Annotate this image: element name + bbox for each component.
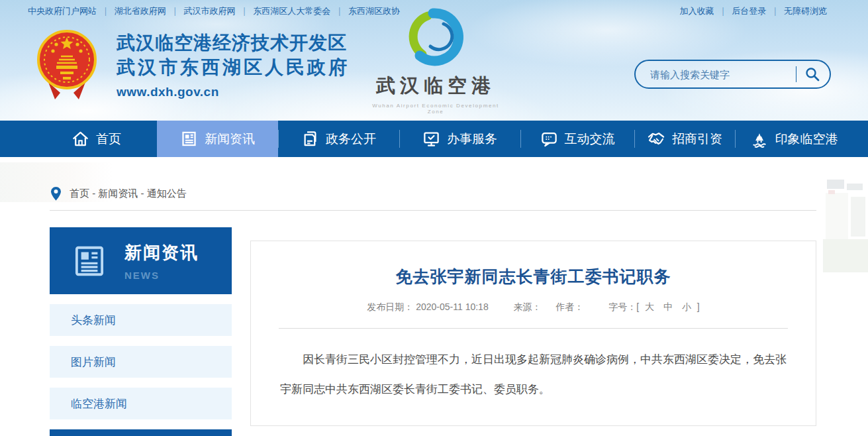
- article-meta: 发布日期： 2020-05-11 10:18 来源： 作者： 字号：[ 大 中 …: [251, 301, 816, 313]
- font-size-label: 字号：[: [608, 301, 639, 312]
- nav-item-services[interactable]: 办事服务: [399, 121, 520, 157]
- logo-subtitle: Wuhan Airport Economic Development Zone: [366, 103, 505, 115]
- nav-item-investment[interactable]: 招商引资: [634, 121, 735, 157]
- nav-label: 互动交流: [565, 131, 615, 148]
- top-link-renda[interactable]: 东西湖区人大常委会: [253, 6, 330, 16]
- top-links-left: 中央政府门户网站｜湖北省政府网｜武汉市政府网｜东西湖区人大常委会｜东西湖区政协: [28, 5, 400, 17]
- gov-site-title: 武汉临空港经济技术开发区 武汉市东西湖区人民政府 www.dxh.gov.cn: [117, 30, 350, 99]
- font-size-large-button[interactable]: 大: [645, 301, 654, 312]
- sidebar-item-photo-news[interactable]: 图片新闻: [50, 346, 232, 378]
- handshake-icon: [647, 130, 665, 148]
- breadcrumb-text: 首页 - 新闻资讯 - 通知公告: [70, 188, 187, 200]
- article-divider: [279, 328, 788, 329]
- search-input[interactable]: [649, 68, 796, 81]
- nav-label: 印象临空港: [775, 131, 838, 148]
- top-link-separator: ｜: [335, 6, 344, 16]
- sidebar-item-active-partial[interactable]: [50, 429, 232, 436]
- nav-item-interaction[interactable]: 互动交流: [520, 121, 634, 157]
- trees-icon: [750, 130, 769, 148]
- main-content: 首页 - 新闻资讯 - 通知公告 新闻资讯 NEWS 头条新闻 图片新闻 临空港…: [0, 157, 868, 436]
- document-icon: [301, 130, 319, 148]
- sidebar-item-linkonggang-news[interactable]: 临空港新闻: [50, 388, 232, 419]
- site-header: 中央政府门户网站｜湖北省政府网｜武汉市政府网｜东西湖区人大常委会｜东西湖区政协 …: [0, 0, 868, 121]
- nav-item-gov-affairs[interactable]: 政务公开: [278, 121, 399, 157]
- top-links-right: 加入收藏｜后台登录｜无障碍浏览: [680, 5, 827, 17]
- sidebar: 新闻资讯 NEWS 头条新闻 图片新闻 临空港新闻: [50, 227, 232, 436]
- gov-title-line1: 武汉临空港经济技术开发区: [117, 30, 350, 55]
- top-link-separator: ｜: [240, 6, 248, 16]
- nav-label: 新闻资讯: [205, 131, 255, 148]
- top-link-separator: ｜: [771, 6, 779, 16]
- publish-date-label: 发布日期：: [367, 301, 413, 312]
- logo-title: 武汉临空港: [366, 73, 505, 99]
- nav-divider: [735, 130, 736, 148]
- top-link-separator: ｜: [719, 6, 728, 16]
- article-title: 免去张宇新同志长青街工委书记职务: [251, 266, 816, 288]
- sidebar-title: 新闻资讯: [124, 241, 199, 264]
- sidebar-header-text: 新闻资讯 NEWS: [124, 241, 199, 281]
- search-icon: [804, 66, 820, 82]
- article-panel: 免去张宇新同志长青街工委书记职务 发布日期： 2020-05-11 10:18 …: [250, 241, 816, 426]
- top-link-central-gov[interactable]: 中央政府门户网站: [28, 6, 97, 16]
- national-emblem-icon: [36, 27, 97, 105]
- nav-label: 招商引资: [672, 131, 722, 148]
- font-size-bracket-close: ]: [697, 301, 700, 312]
- publish-date-value: 2020-05-11 10:18: [416, 301, 489, 312]
- gov-site-url: www.dxh.gov.cn: [117, 85, 350, 99]
- swirl-logo-icon: [403, 5, 469, 69]
- site-logo: 武汉临空港 Wuhan Airport Economic Development…: [366, 5, 505, 115]
- top-link-hubei[interactable]: 湖北省政府网: [115, 6, 166, 16]
- top-link-separator: ｜: [101, 6, 110, 16]
- sidebar-subtitle: NEWS: [124, 270, 199, 281]
- news-icon: [180, 130, 198, 148]
- nav-label: 政务公开: [326, 131, 376, 148]
- nav-item-impression[interactable]: 印象临空港: [735, 121, 853, 157]
- search-box: [634, 60, 831, 89]
- gov-title-line2: 武汉市东西湖区人民政府: [117, 55, 350, 80]
- chat-bubble-icon: [540, 130, 558, 148]
- font-size-small-button[interactable]: 小: [682, 301, 691, 312]
- search-divider: [796, 66, 796, 82]
- nav-divider: [520, 130, 521, 148]
- cityscape-decoration: [820, 166, 868, 305]
- main-nav: 首页 新闻资讯 政务公开 办事: [0, 121, 868, 157]
- nav-divider: [399, 130, 400, 148]
- page: 中央政府门户网站｜湖北省政府网｜武汉市政府网｜东西湖区人大常委会｜东西湖区政协 …: [0, 0, 868, 436]
- location-pin-icon: [50, 186, 62, 201]
- top-link-wuhan[interactable]: 武汉市政府网: [183, 6, 235, 16]
- top-link-favorite[interactable]: 加入收藏: [680, 6, 714, 16]
- monitor-check-icon: [422, 130, 440, 148]
- nav-item-news[interactable]: 新闻资讯: [157, 121, 278, 157]
- nav-item-home[interactable]: 首页: [36, 121, 157, 157]
- nav-divider: [634, 130, 635, 148]
- top-link-accessibility[interactable]: 无障碍浏览: [784, 6, 827, 16]
- font-size-medium-button[interactable]: 中: [663, 301, 673, 312]
- breadcrumb[interactable]: 首页 - 新闻资讯 - 通知公告: [50, 186, 187, 201]
- article-body: 因长青街三民小区封控管理不力，近日出现多起新冠肺炎确诊病例，中共东西湖区委决定，…: [280, 345, 787, 404]
- home-icon: [72, 130, 89, 148]
- breadcrumb-divider: [50, 210, 816, 211]
- top-link-separator: ｜: [171, 6, 179, 16]
- top-link-admin-login[interactable]: 后台登录: [732, 6, 766, 16]
- nav-label: 办事服务: [447, 131, 497, 148]
- nav-label: 首页: [96, 131, 121, 148]
- author-label: 作者：: [555, 301, 583, 312]
- sidebar-header: 新闻资讯 NEWS: [50, 227, 232, 294]
- sidebar-item-headline-news[interactable]: 头条新闻: [50, 304, 232, 336]
- source-label: 来源：: [514, 301, 542, 312]
- search-button[interactable]: [803, 66, 830, 82]
- newspaper-icon: [72, 243, 107, 279]
- nav-divider: [278, 130, 279, 148]
